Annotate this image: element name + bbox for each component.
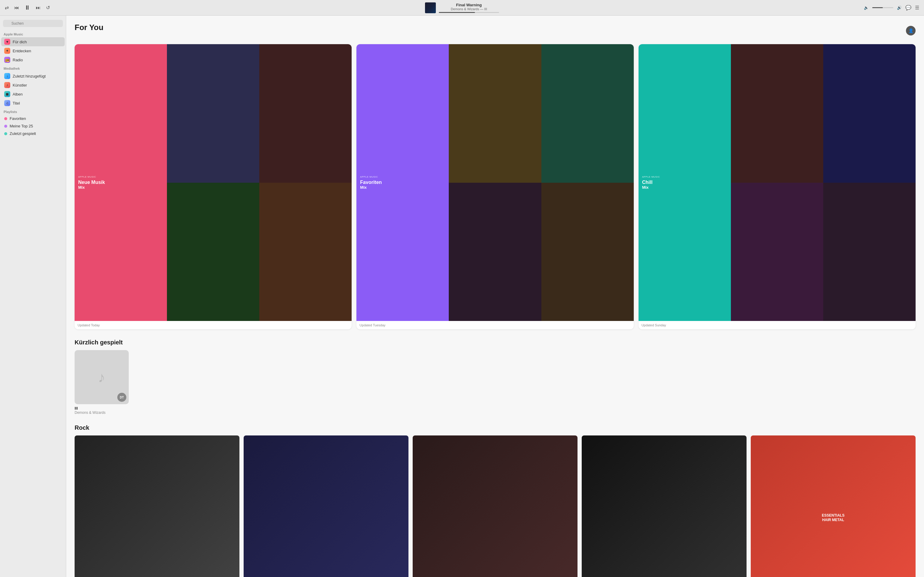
recently-artist-III: Demons & Wizards (74, 411, 129, 415)
chill-thumb-4 (823, 183, 916, 321)
progress-fill (439, 12, 475, 13)
playlist-dot-top25 (4, 125, 7, 128)
music-note-icon: ♪ (98, 369, 105, 385)
lyrics-button[interactable]: 💬 (905, 5, 911, 11)
rock-card-helloween[interactable] (244, 435, 409, 577)
for-you-title: For You (74, 23, 103, 32)
rock-grid: ESSENTIALSHAIR METAL (74, 435, 916, 577)
rock-thumb-essentials: ESSENTIALSHAIR METAL (751, 435, 916, 577)
neue-musik-badge: APPLE MUSIC (78, 176, 96, 178)
shuffle-button[interactable]: ⇄ (5, 5, 9, 11)
mix-card-grid-favoriten: APPLE MUSIC Favoriten Mix (356, 44, 633, 321)
volume-low-icon: 🔈 (864, 5, 869, 10)
for-you-cards: APPLE MUSIC Neue Musik Mix Updated Today (74, 44, 916, 329)
progress-bar[interactable] (439, 12, 499, 13)
sidebar-item-radio[interactable]: 📻 Radio (1, 55, 65, 64)
rock-card-kiss[interactable] (74, 435, 239, 577)
player-controls: ⇄ ⏮ ⏸ ⏭ ↺ (5, 4, 462, 11)
dt-badge: DT (117, 393, 126, 402)
favoriten-sub: Mix (360, 185, 367, 190)
chill-sub: Mix (642, 185, 649, 190)
sidebar-item-entdecken[interactable]: ✦ Entdecken (1, 46, 65, 55)
neue-musik-name: Neue Musik (78, 179, 105, 185)
sidebar-item-meine-top-25[interactable]: Meine Top 25 (1, 122, 65, 130)
favoriten-thumb-2 (541, 44, 634, 183)
radio-icon: 📻 (4, 57, 10, 63)
entdecken-icon: ✦ (4, 48, 10, 54)
favoriten-updated: Updated Tuesday (356, 321, 633, 329)
neue-musik-thumb-3 (167, 183, 259, 321)
rock-thumb-img-live (582, 435, 746, 577)
alben-label: Alben (13, 92, 23, 97)
volume-high-icon: 🔊 (897, 5, 902, 10)
search-wrapper: 🔍 (3, 20, 63, 27)
rock-thumb-apocalyptica (413, 435, 577, 577)
chill-thumb-2 (823, 44, 916, 183)
track-title: Final Warning (456, 3, 481, 7)
recently-thumb-III: ♪ DT (74, 350, 129, 404)
apple-music-section-label: Apple Music (0, 30, 66, 37)
sidebar-item-titel[interactable]: ♫ Titel (1, 98, 65, 108)
queue-button[interactable]: ☰ (915, 5, 919, 11)
recently-played-grid: ♪ DT III Demons & Wizards (74, 350, 916, 415)
rock-thumb-img-kiss (74, 435, 239, 577)
rock-card-live[interactable] (582, 435, 746, 577)
sidebar: 🔍 Apple Music ♥ Für dich ✦ Entdecken 📻 R… (0, 16, 66, 577)
mix-card-grid-neue: APPLE MUSIC Neue Musik Mix (74, 44, 352, 321)
chill-mix-card[interactable]: APPLE MUSIC Chill Mix Updated Sunday (638, 44, 916, 329)
search-input[interactable] (3, 20, 63, 27)
favoriten-playlist-label: Favoriten (10, 116, 26, 121)
mix-card-grid-chill: APPLE MUSIC Chill Mix (638, 44, 916, 321)
titel-label: Titel (13, 101, 20, 105)
previous-button[interactable]: ⏮ (14, 5, 19, 11)
mediathek-section-label: Mediathek (0, 64, 66, 71)
radio-label: Radio (13, 58, 23, 62)
rock-thumb-img-apocalyptica (413, 435, 577, 577)
neue-musik-thumb-1 (167, 44, 259, 183)
favoriten-badge: APPLE MUSIC (360, 176, 378, 178)
neue-musik-thumb-2 (259, 44, 352, 183)
rock-section: Rock (74, 424, 916, 577)
rock-card-essentials[interactable]: ESSENTIALSHAIR METAL (751, 435, 916, 577)
sidebar-item-alben[interactable]: ◼ Alben (1, 90, 65, 98)
recently-played-title: Kürzlich gespielt (74, 339, 916, 346)
alben-icon: ◼ (4, 91, 10, 97)
chill-thumb-1 (731, 44, 823, 183)
rock-thumb-helloween (244, 435, 409, 577)
sidebar-item-kuenstler[interactable]: ♪ Künstler (1, 81, 65, 90)
fuer-dich-icon: ♥ (4, 39, 10, 45)
user-avatar[interactable]: 👤 (906, 26, 916, 35)
neue-musik-sub: Mix (78, 185, 85, 190)
sidebar-item-favoriten-playlist[interactable]: Favoriten (1, 115, 65, 122)
recently-card-III[interactable]: ♪ DT III Demons & Wizards (74, 350, 129, 415)
track-info: Final Warning Demons & Wizards — III (439, 3, 499, 13)
chill-updated: Updated Sunday (638, 321, 916, 329)
rock-card-apocalyptica[interactable] (413, 435, 577, 577)
sidebar-item-zuletzt-gespielt[interactable]: Zuletzt gespielt (1, 130, 65, 137)
titel-icon: ♫ (4, 100, 10, 106)
volume-fill (872, 7, 883, 8)
sidebar-item-zuletzt-hinzugefuegt[interactable]: ↓ Zuletzt hinzugefügt (1, 71, 65, 81)
main-layout: 🔍 Apple Music ♥ Für dich ✦ Entdecken 📻 R… (0, 16, 924, 577)
volume-slider[interactable] (872, 7, 893, 8)
sidebar-item-fuer-dich[interactable]: ♥ Für dich (1, 37, 65, 46)
neue-musik-main-tile: APPLE MUSIC Neue Musik Mix (74, 44, 167, 321)
next-button[interactable]: ⏭ (36, 5, 40, 11)
neue-musik-updated: Updated Today (74, 321, 352, 329)
playlists-section-label: Playlists (0, 108, 66, 115)
kuenstler-label: Künstler (13, 83, 27, 87)
fuer-dich-label: Für dich (13, 40, 27, 44)
favoriten-mix-card[interactable]: APPLE MUSIC Favoriten Mix Updated Tuesda… (356, 44, 633, 329)
playlist-dot-zuletzt (4, 132, 7, 135)
entdecken-label: Entdecken (13, 49, 31, 53)
favoriten-main-tile: APPLE MUSIC Favoriten Mix (356, 44, 449, 321)
kuenstler-icon: ♪ (4, 82, 10, 88)
content-header: For You 👤 (74, 23, 916, 38)
play-pause-button[interactable]: ⏸ (24, 4, 31, 11)
neue-musik-mix-card[interactable]: APPLE MUSIC Neue Musik Mix Updated Today (74, 44, 352, 329)
rock-thumb-img-helloween (244, 435, 409, 577)
favoriten-thumb-1 (449, 44, 541, 183)
playlist-dot-favoriten (4, 117, 7, 120)
repeat-button[interactable]: ↺ (46, 5, 50, 11)
now-playing-thumb (425, 2, 436, 13)
